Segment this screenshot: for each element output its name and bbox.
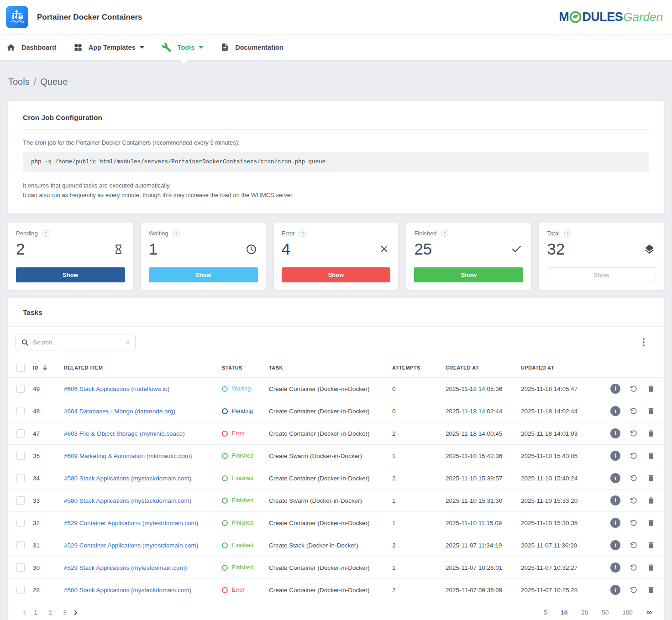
help-icon[interactable] <box>299 230 306 237</box>
retry-button[interactable] <box>629 518 638 527</box>
related-item-link[interactable]: #529 Container Applications (mytestdomai… <box>64 542 198 549</box>
page-2-button[interactable]: 2 <box>44 609 56 616</box>
related-item-link[interactable]: #529 Stack Applications (mytestdomain.co… <box>64 564 187 571</box>
row-checkbox[interactable] <box>16 385 25 393</box>
delete-button[interactable] <box>647 541 655 549</box>
delete-button[interactable] <box>647 519 655 527</box>
related-item-link[interactable]: #603 File & Object Storage (myminio.spac… <box>64 430 185 437</box>
top-bar: Portainer Docker Containers M DULES Gard… <box>0 0 672 35</box>
page-size-all[interactable]: ∞ <box>646 608 652 617</box>
row-checkbox[interactable] <box>16 586 25 594</box>
info-button[interactable] <box>610 518 620 528</box>
info-button[interactable] <box>610 451 620 461</box>
col-status[interactable]: STATUS <box>222 365 269 370</box>
info-button[interactable] <box>610 384 620 394</box>
delete-button[interactable] <box>647 407 655 415</box>
page-3-button[interactable]: 3 <box>59 609 71 616</box>
page-size-5[interactable]: 5 <box>544 609 547 616</box>
delete-button[interactable] <box>647 452 655 460</box>
stat-card-finished: Finished 25 Show <box>406 223 531 290</box>
stat-card-error: Error 4 Show <box>274 223 399 290</box>
col-updated-at[interactable]: UPDATED AT <box>521 365 596 370</box>
row-checkbox[interactable] <box>16 429 25 438</box>
search-input[interactable] <box>33 339 126 346</box>
info-button[interactable] <box>610 585 620 595</box>
page-1-button[interactable]: 1 <box>30 609 42 616</box>
related-item-link[interactable]: #604 Databases - Mongo (datanode.org) <box>64 408 175 415</box>
retry-button[interactable] <box>629 474 638 483</box>
status-badge: Finished <box>222 542 269 548</box>
retry-button[interactable] <box>629 429 638 438</box>
info-button[interactable] <box>610 473 620 483</box>
prev-page-button[interactable] <box>21 609 28 616</box>
page-size-100[interactable]: 100 <box>622 609 633 616</box>
nav-item-documentation[interactable]: Documentation <box>220 43 284 52</box>
row-checkbox[interactable] <box>16 563 25 572</box>
nav-item-tools[interactable]: Tools <box>162 42 204 52</box>
status-badge: Error <box>222 587 269 593</box>
clock-icon <box>246 244 257 255</box>
cron-card-title: Cron Job Configuration <box>23 114 649 130</box>
info-button[interactable] <box>610 540 620 550</box>
info-button[interactable] <box>610 406 620 416</box>
retry-button[interactable] <box>629 406 638 416</box>
row-checkbox[interactable] <box>16 541 25 549</box>
show-pending-button[interactable]: Show <box>16 267 125 282</box>
delete-button[interactable] <box>647 474 655 482</box>
row-checkbox[interactable] <box>16 519 25 527</box>
status-badge: Finished <box>222 520 269 526</box>
related-item-link[interactable]: #529 Container Applications (mytestdomai… <box>64 520 198 526</box>
show-finished-button[interactable]: Show <box>414 267 523 282</box>
row-checkbox[interactable] <box>16 474 25 482</box>
help-icon[interactable] <box>173 230 180 237</box>
delete-button[interactable] <box>647 385 655 393</box>
status-badge: Finished <box>222 564 269 571</box>
col-attempts[interactable]: ATTEMPTS <box>392 365 446 370</box>
col-id[interactable]: ID <box>33 365 38 370</box>
related-item-link[interactable]: #580 Stack Applications (mystackdomain.c… <box>64 475 191 482</box>
breadcrumb-section[interactable]: Tools <box>8 77 30 87</box>
delete-button[interactable] <box>647 496 655 505</box>
page-size-50[interactable]: 50 <box>602 609 609 616</box>
info-button[interactable] <box>610 428 620 438</box>
delete-button[interactable] <box>647 563 655 572</box>
info-button[interactable] <box>610 563 620 573</box>
info-button[interactable] <box>610 495 620 505</box>
stat-label: Pending <box>16 230 38 237</box>
help-icon[interactable] <box>564 230 571 237</box>
page-size-10[interactable]: 10 <box>561 609 567 616</box>
clear-search-icon[interactable]: × <box>126 339 130 346</box>
active-nav-notch <box>179 60 188 64</box>
help-icon[interactable] <box>42 230 49 237</box>
nav-item-app-templates[interactable]: App Templates <box>74 43 144 52</box>
row-checkbox[interactable] <box>16 452 25 460</box>
related-item-link[interactable]: #609 Marketing & Automation (mktmautic.c… <box>64 453 192 459</box>
retry-button[interactable] <box>629 541 638 550</box>
col-related-item[interactable]: RELATED ITEM <box>64 365 222 370</box>
retry-button[interactable] <box>629 563 638 572</box>
nav-item-dashboard[interactable]: Dashboard <box>6 43 56 52</box>
retry-button[interactable] <box>629 451 638 460</box>
help-icon[interactable] <box>441 230 448 237</box>
retry-button[interactable] <box>629 585 638 594</box>
table-options-kebab-icon[interactable] <box>641 336 646 348</box>
delete-button[interactable] <box>647 586 655 594</box>
page-size-20[interactable]: 20 <box>581 609 588 616</box>
row-checkbox[interactable] <box>16 407 25 415</box>
retry-button[interactable] <box>629 384 638 393</box>
show-error-button[interactable]: Show <box>282 267 391 282</box>
related-item-link[interactable]: #606 Stack Applications (nodeflows.io) <box>64 386 169 392</box>
select-all-checkbox[interactable] <box>16 364 25 372</box>
col-created-at[interactable]: CREATED AT <box>446 365 521 370</box>
col-task[interactable]: TASK <box>269 365 392 370</box>
retry-button[interactable] <box>629 496 638 505</box>
cron-notes: It ensures that queued tasks are execute… <box>23 181 649 200</box>
next-page-button[interactable] <box>72 609 79 616</box>
delete-button[interactable] <box>647 429 655 438</box>
row-checkbox[interactable] <box>16 496 25 505</box>
show-waiting-button[interactable]: Show <box>149 267 258 282</box>
table-row: 30 #529 Stack Applications (mytestdomain… <box>8 557 664 579</box>
related-item-link[interactable]: #580 Stack Applications (mystackdomain.c… <box>64 497 191 504</box>
related-item-link[interactable]: #580 Stack Applications (mystackdomain.c… <box>64 587 191 594</box>
show-total-button[interactable]: Show <box>547 267 656 282</box>
